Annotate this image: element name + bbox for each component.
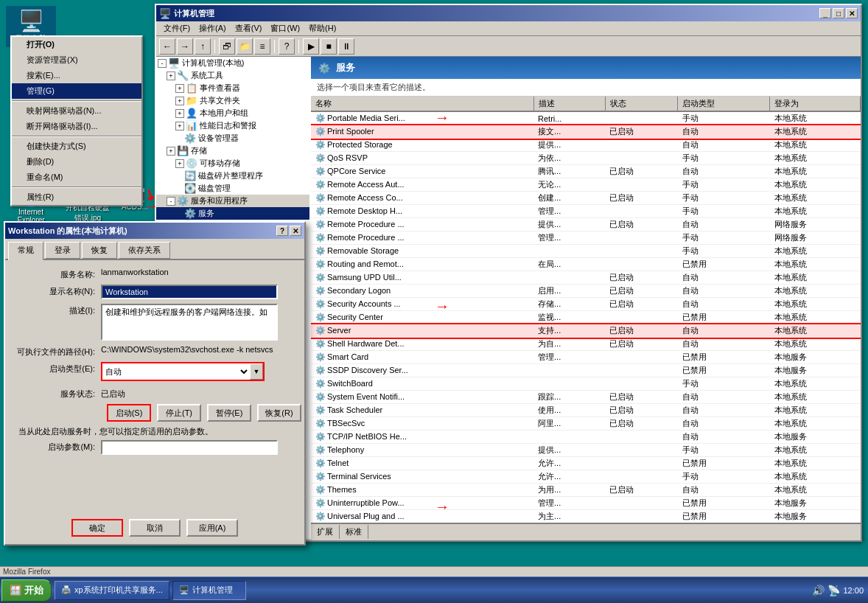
- col-name[interactable]: 名称: [311, 97, 533, 111]
- root-expand[interactable]: -: [158, 59, 167, 68]
- tree-shared-folders[interactable]: + 📁 共享文件夹: [156, 94, 309, 107]
- table-row[interactable]: ⚙️Portable Media Seri... Retri... 手动 本地系…: [311, 111, 861, 125]
- col-status[interactable]: 状态: [605, 97, 678, 111]
- table-row[interactable]: ⚙️Protected Storage 提供... 自动 本地系统: [311, 139, 861, 152]
- svcapps-expand[interactable]: -: [167, 197, 175, 206]
- table-row[interactable]: ⚙️Remote Procedure ... 提供... 已启动 自动 网络服务: [311, 218, 861, 231]
- tree-disk-mgmt[interactable]: 💽 磁盘管理: [156, 182, 309, 195]
- shared-expand[interactable]: +: [175, 97, 184, 105]
- perf-expand[interactable]: +: [175, 122, 184, 130]
- table-row[interactable]: ⚙️Universal Plug and ... 为主... 已禁用 本地服务: [311, 510, 861, 523]
- table-row[interactable]: ⚙️Telephony 提供... 手动 本地系统: [311, 444, 861, 457]
- table-row[interactable]: ⚙️Secondary Logon 启用... 已启动 自动 本地系统: [311, 285, 861, 298]
- back-button[interactable]: ←: [159, 38, 175, 55]
- apply-button[interactable]: 应用(A): [186, 519, 238, 537]
- tab-logon[interactable]: 登录: [45, 242, 80, 259]
- tab-recovery[interactable]: 恢复: [82, 242, 117, 259]
- table-row[interactable]: ⚙️TCP/IP NetBIOS He... 自动 本地服务: [311, 431, 861, 444]
- resume-service-btn[interactable]: 恢复(R): [257, 404, 301, 422]
- table-row[interactable]: ⚙️Telnet 允许... 已禁用 本地系统: [311, 457, 861, 470]
- up-button[interactable]: ↑: [195, 38, 211, 55]
- menu-action[interactable]: 操作(A): [195, 21, 231, 35]
- menu-window[interactable]: 窗口(W): [266, 21, 304, 35]
- ctx-open[interactable]: 打开(O): [12, 37, 141, 52]
- cancel-button[interactable]: 取消: [129, 519, 181, 537]
- table-row[interactable]: ⚙️Security Accounts ... 存储... 已启动 自动 本地系…: [311, 298, 861, 311]
- stop-service-btn[interactable]: 停止(T): [157, 404, 201, 422]
- list-button[interactable]: ≡: [254, 38, 270, 55]
- ctx-search[interactable]: 搜索(E)...: [12, 68, 141, 83]
- tree-services[interactable]: ⚙️ 服务: [156, 207, 309, 220]
- tree-root[interactable]: - 🖥️ 计算机管理(本地): [156, 57, 309, 69]
- display-name-input[interactable]: [101, 285, 278, 299]
- ctx-manage[interactable]: 管理(G): [12, 83, 141, 99]
- taskbar-item-printer[interactable]: 🖨️ xp系统打印机共享服务...: [55, 581, 169, 600]
- table-row[interactable]: ⚙️Print Spooler 接文... 已启动 自动 本地系统: [311, 125, 861, 139]
- table-row[interactable]: ⚙️Samsung UPD Util... 已启动 自动 本地系统: [311, 271, 861, 285]
- tree-local-users[interactable]: + 👤 本地用户和组: [156, 107, 309, 119]
- table-row[interactable]: ⚙️System Event Notifi... 跟踪... 已启动 自动 本地…: [311, 391, 861, 404]
- tree-defrag[interactable]: 🔄 磁盘碎片整理程序: [156, 170, 309, 182]
- ctx-properties[interactable]: 属性(R): [12, 189, 141, 205]
- close-button[interactable]: ✕: [846, 8, 858, 18]
- ok-button[interactable]: 确定: [71, 519, 123, 537]
- table-row[interactable]: ⚙️Smart Card 管理... 已禁用 本地服务: [311, 351, 861, 364]
- restore-button[interactable]: □: [833, 8, 844, 18]
- menu-help[interactable]: 帮助(H): [304, 21, 340, 35]
- prop-close-button[interactable]: ✕: [290, 226, 301, 236]
- taskbar-item-mgmt[interactable]: 🖥️ 计算机管理: [172, 581, 246, 600]
- play-button[interactable]: ▶: [303, 38, 319, 55]
- table-row[interactable]: ⚙️Uninterruptible Pow... 管理... 已禁用 本地服务: [311, 497, 861, 510]
- statusbar-standard[interactable]: 标准: [340, 525, 368, 539]
- help-button[interactable]: ?: [279, 38, 295, 55]
- menu-file[interactable]: 文件(F): [159, 21, 195, 35]
- startup-type-dropdown-btn[interactable]: ▼: [250, 363, 263, 380]
- table-row[interactable]: ⚙️TBSecSvc 阿里... 已启动 自动 本地系统: [311, 417, 861, 431]
- start-params-input[interactable]: [101, 440, 278, 455]
- pause-button[interactable]: ⏸: [338, 38, 354, 55]
- removable-expand[interactable]: +: [175, 159, 184, 168]
- folder-button[interactable]: 📁: [237, 38, 253, 55]
- col-desc[interactable]: 描述: [533, 97, 605, 111]
- table-row[interactable]: ⚙️Shell Hardware Det... 为自... 已启动 自动 本地系…: [311, 338, 861, 351]
- ctx-create-shortcut[interactable]: 创建快捷方式(S): [12, 139, 141, 154]
- col-logon[interactable]: 登录为: [770, 97, 861, 111]
- users-expand[interactable]: +: [175, 109, 184, 118]
- tree-event-viewer[interactable]: + 📋 事件查看器: [156, 82, 309, 94]
- table-row[interactable]: ⚙️Task Scheduler 使用... 已启动 自动 本地系统: [311, 404, 861, 417]
- table-row[interactable]: ⚙️Remote Access Aut... 无论... 手动 本地系统: [311, 178, 861, 192]
- evt-expand[interactable]: +: [175, 84, 184, 93]
- tree-services-apps[interactable]: - ⚙️ 服务和应用程序: [156, 195, 309, 207]
- table-row[interactable]: ⚙️Removable Storage 手动 本地系统: [311, 245, 861, 258]
- tree-storage[interactable]: + 💾 存储: [156, 144, 309, 157]
- startup-type-select[interactable]: 自动 手动 已禁用: [102, 363, 250, 380]
- prop-help-button[interactable]: ?: [276, 226, 288, 236]
- table-row[interactable]: ⚙️SwitchBoard 手动 本地系统: [311, 377, 861, 391]
- ctx-rename[interactable]: 重命名(M): [12, 170, 141, 185]
- ctx-delete[interactable]: 删除(D): [12, 154, 141, 170]
- tree-removable[interactable]: + 💿 可移动存储: [156, 157, 309, 170]
- menu-view[interactable]: 查看(V): [231, 21, 267, 35]
- storage-expand[interactable]: +: [167, 147, 175, 156]
- ctx-explorer[interactable]: 资源管理器(X): [12, 52, 141, 68]
- tree-system-tools[interactable]: + 🔧 系统工具: [156, 69, 309, 82]
- table-row[interactable]: ⚙️Remote Desktop H... 管理... 手动 本地系统: [311, 205, 861, 218]
- table-row[interactable]: ⚙️Themes 为用... 已启动 自动 本地系统: [311, 484, 861, 497]
- start-service-btn[interactable]: 启动(S): [107, 404, 151, 422]
- table-row[interactable]: ⚙️SSDP Discovery Ser... 已禁用 本地服务: [311, 364, 861, 377]
- forward-button[interactable]: →: [177, 38, 193, 55]
- tab-dependencies[interactable]: 依存关系: [119, 242, 170, 259]
- systools-expand[interactable]: +: [167, 72, 175, 80]
- description-textarea[interactable]: 创建和维护到远程服务的客户端网络连接。如: [101, 304, 278, 341]
- statusbar-expand[interactable]: 扩展: [311, 525, 340, 539]
- tree-device-manager[interactable]: ⚙️ 设备管理器: [156, 132, 309, 144]
- tree-perf-logs[interactable]: + 📊 性能日志和警报: [156, 119, 309, 132]
- table-row[interactable]: ⚙️Remote Procedure ... 管理... 手动 网络服务: [311, 231, 861, 245]
- pause-service-btn[interactable]: 暂停(E): [207, 404, 251, 422]
- minimize-button[interactable]: _: [819, 8, 831, 18]
- ctx-disconnect[interactable]: 断开网络驱动器(I)...: [12, 119, 141, 134]
- stop-button[interactable]: ■: [321, 38, 337, 55]
- col-startup[interactable]: 启动类型: [678, 97, 770, 111]
- start-button[interactable]: 🪟 开始: [1, 579, 52, 602]
- table-row[interactable]: ⚙️QoS RSVP 为依... 手动 本地系统: [311, 152, 861, 165]
